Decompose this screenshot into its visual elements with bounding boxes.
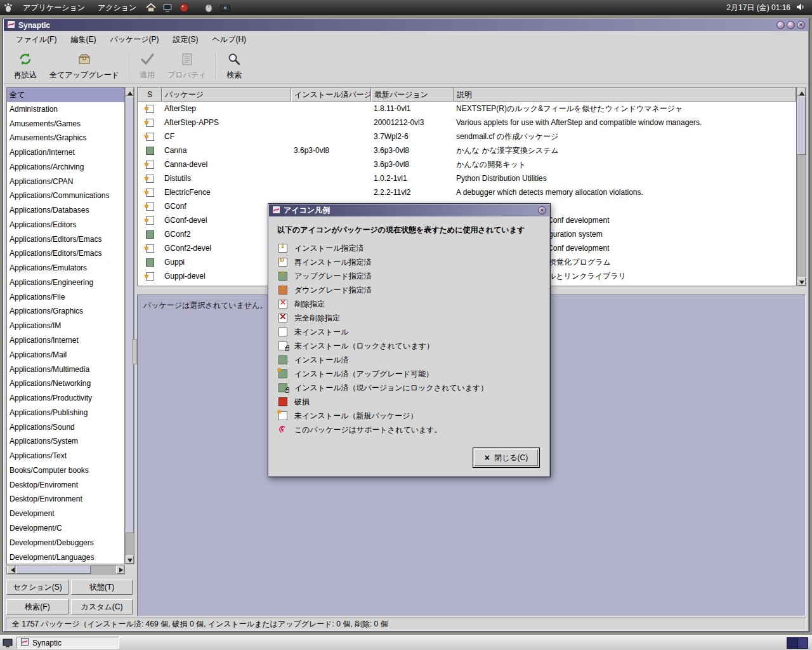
legend-item: ★インストール済（アップグレード可能） bbox=[278, 367, 550, 381]
sidebar-item[interactable]: Amusements/Graphics bbox=[7, 131, 124, 145]
scroll-down-arrow[interactable] bbox=[797, 277, 806, 286]
terminal-launcher-icon[interactable] bbox=[161, 1, 174, 14]
browser-launcher-icon[interactable] bbox=[178, 1, 190, 14]
sidebar-item[interactable]: 全て bbox=[7, 88, 124, 102]
applications-menu[interactable]: アプリケーション bbox=[16, 0, 91, 15]
column-header-status[interactable]: S bbox=[138, 88, 162, 102]
scroll-up-arrow[interactable] bbox=[797, 88, 806, 96]
sidebar-item[interactable]: Applications/Engineering bbox=[7, 275, 124, 290]
scroll-slider[interactable] bbox=[126, 96, 134, 533]
sidebar-item[interactable]: Applications/Editors/Emacs bbox=[7, 246, 124, 261]
package-row[interactable]: ★AfterStep-APPS20001212-0vl3Various appl… bbox=[138, 116, 796, 129]
sidebar-item[interactable]: Applications/Productivity bbox=[7, 391, 124, 406]
reload-button[interactable]: 再読込 bbox=[8, 50, 43, 82]
sections-button[interactable]: セクション(S) bbox=[6, 580, 69, 595]
apply-button[interactable]: 適用 bbox=[133, 50, 161, 82]
task-button-synaptic[interactable]: Synaptic bbox=[16, 637, 119, 649]
column-header-package[interactable]: パッケージ bbox=[162, 88, 291, 102]
sidebar-item[interactable]: Applications/Emulators bbox=[7, 261, 124, 275]
column-header-latest-version[interactable]: 最新バージョン bbox=[371, 88, 454, 102]
sidebar-item[interactable]: Applications/Graphics bbox=[7, 304, 124, 319]
search-button[interactable]: 検索 bbox=[220, 50, 248, 82]
sidebar-hscrollbar[interactable] bbox=[6, 565, 125, 574]
screenshot-launcher-icon[interactable] bbox=[219, 1, 232, 14]
sidebar-item[interactable]: Applications/System bbox=[7, 434, 124, 449]
sidebar-item[interactable]: Applications/CPAN bbox=[7, 175, 124, 189]
workspace-switcher[interactable] bbox=[787, 637, 808, 649]
upgrade-all-button[interactable]: 全てアップグレード bbox=[43, 50, 126, 82]
scroll-up-arrow[interactable] bbox=[126, 88, 134, 96]
sidebar-item[interactable]: Applications/Databases bbox=[7, 203, 124, 218]
actions-menu[interactable]: アクション bbox=[91, 0, 143, 15]
package-row[interactable]: Canna3.6p3-0vl83.6p3-0vl8かんな かな漢字変換システム bbox=[138, 143, 796, 157]
column-header-description[interactable]: 説明 bbox=[454, 88, 796, 102]
scroll-slider[interactable] bbox=[797, 96, 806, 155]
package-row[interactable]: ★CF3.7Wpl2-6sendmail.cf の作成パッケージ bbox=[138, 129, 796, 143]
maximize-button[interactable] bbox=[787, 21, 795, 29]
sidebar-item[interactable]: Amusements/Games bbox=[7, 117, 124, 131]
table-vscrollbar[interactable] bbox=[797, 87, 806, 286]
menu-settings[interactable]: 設定(S) bbox=[166, 31, 206, 48]
pane-resize-handle[interactable] bbox=[132, 339, 137, 364]
sidebar-item[interactable]: Applications/Internet bbox=[7, 333, 124, 348]
sidebar-item[interactable]: Applications/Networking bbox=[7, 376, 124, 391]
scroll-left-arrow[interactable] bbox=[7, 566, 15, 574]
sidebar-item[interactable]: Application/Internet bbox=[7, 145, 124, 160]
sidebar-item[interactable]: Applications/Communications bbox=[7, 189, 124, 203]
sidebar-item[interactable]: Applications/Text bbox=[7, 449, 124, 463]
mouse-launcher-icon[interactable] bbox=[202, 1, 215, 14]
package-description: かんなの開発キット bbox=[454, 157, 796, 171]
custom-filter-button[interactable]: カスタム(C) bbox=[71, 599, 133, 614]
sidebar-item[interactable]: Applications/File bbox=[7, 290, 124, 305]
close-button[interactable]: × bbox=[797, 21, 805, 29]
sidebar-item[interactable]: Development/C bbox=[7, 521, 124, 536]
clock[interactable]: 2月17日 (金) 01:16 bbox=[726, 3, 790, 13]
volume-icon[interactable] bbox=[796, 2, 806, 14]
workspace-1[interactable] bbox=[787, 638, 797, 648]
package-row[interactable]: ★Distutils1.0.2-1vl1Python Distribution … bbox=[138, 171, 796, 185]
menu-file[interactable]: ファイル(F) bbox=[9, 31, 63, 48]
sidebar-item[interactable]: Applications/Sound bbox=[7, 420, 124, 435]
show-desktop-icon[interactable] bbox=[3, 638, 13, 650]
package-row[interactable]: ★AfterStep1.8.11-0vl1NEXTSTEP(R)のルック&フィー… bbox=[138, 102, 796, 116]
dialog-titlebar[interactable]: アイコン凡例 × bbox=[269, 204, 549, 216]
minimize-button[interactable] bbox=[776, 21, 785, 29]
search-filter-button[interactable]: 検索(F) bbox=[6, 599, 69, 614]
sidebar-item[interactable]: Desktop/Environment bbox=[7, 492, 124, 507]
sidebar-item[interactable]: Applications/Publishing bbox=[7, 406, 124, 420]
sidebar-item[interactable]: Development bbox=[7, 507, 124, 521]
sidebar-item[interactable]: Books/Computer books bbox=[7, 463, 124, 478]
menu-edit[interactable]: 編集(E) bbox=[63, 31, 103, 48]
sidebar-item[interactable]: Development/Languages bbox=[7, 550, 124, 565]
sidebar-item[interactable]: Applications/Mail bbox=[7, 348, 124, 362]
menu-package[interactable]: パッケージ(P) bbox=[103, 31, 166, 48]
package-row[interactable]: ★Canna-devel3.6p3-0vl8かんなの開発キット bbox=[138, 157, 796, 171]
sidebar-item[interactable]: Applications/Editors bbox=[7, 218, 124, 232]
menu-help[interactable]: ヘルプ(H) bbox=[206, 31, 254, 48]
window-titlebar[interactable]: Synaptic × bbox=[4, 19, 808, 31]
sidebar-item[interactable]: Administration bbox=[7, 102, 124, 117]
home-launcher-icon[interactable] bbox=[145, 1, 157, 14]
sidebar-item[interactable]: Development/Debuggers bbox=[7, 536, 124, 550]
sidebar-item[interactable]: Applications/Editors/Emacs bbox=[7, 232, 124, 247]
scroll-slider[interactable] bbox=[16, 566, 91, 574]
package-row[interactable]: ★ElectricFence2.2.2-11vl2A debugger whic… bbox=[138, 185, 796, 199]
properties-button[interactable]: プロパティ bbox=[161, 50, 213, 82]
latest-version: 3.6p3-0vl8 bbox=[371, 157, 454, 171]
sidebar-item[interactable]: Applications/Archiving bbox=[7, 160, 124, 175]
status-button[interactable]: 状態(T) bbox=[71, 580, 133, 595]
dialog-close-button[interactable]: × bbox=[538, 206, 546, 215]
new-status-icon: ★ bbox=[146, 119, 154, 127]
workspace-2[interactable] bbox=[797, 638, 808, 648]
sidebar-vscrollbar[interactable] bbox=[125, 87, 134, 564]
scroll-right-arrow[interactable] bbox=[116, 566, 124, 574]
main-menu-icon[interactable] bbox=[2, 1, 15, 14]
scroll-down-arrow[interactable] bbox=[126, 555, 134, 564]
sidebar-item[interactable]: Applications/Multimedia bbox=[7, 362, 124, 377]
mark-purge-status-icon: × bbox=[278, 314, 287, 322]
toolbar-separator bbox=[129, 53, 130, 79]
column-header-installed-version[interactable]: インストール済バージョン bbox=[291, 88, 371, 102]
legend-close-button[interactable]: × 閉じる(C) bbox=[475, 449, 538, 466]
sidebar-item[interactable]: Desktop/Enviroment bbox=[7, 478, 124, 493]
sidebar-item[interactable]: Applications/IM bbox=[7, 319, 124, 333]
